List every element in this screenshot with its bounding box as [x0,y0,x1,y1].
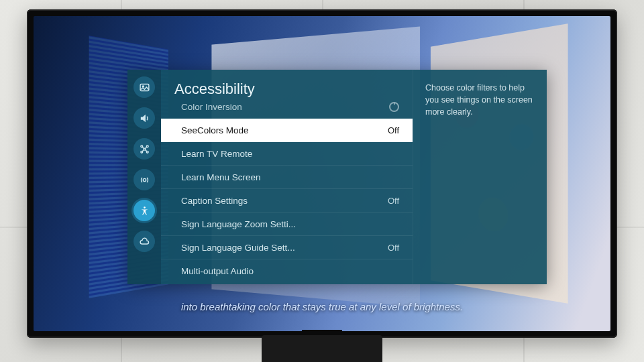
tv-screen: into breathtaking color that stays true … [34,16,610,331]
list-body: Color Inversion SeeColors Mode Off Learn… [161,102,413,284]
row-color-inversion[interactable]: Color Inversion [161,102,413,119]
row-seecolors-mode[interactable]: SeeColors Mode Off [161,119,413,142]
room-background: into breathtaking color that stays true … [0,0,644,362]
row-label: Learn Menu Screen [181,172,391,182]
row-value: Off [380,125,399,135]
row-label: SeeColors Mode [181,125,380,135]
row-label: Learn TV Remote [181,149,391,159]
menu-detail-text: Choose color filters to help you see thi… [413,70,547,284]
row-caption-settings[interactable]: Caption Settings Off [161,189,413,213]
row-sign-language-guide-settings[interactable]: Sign Language Guide Sett... Off [161,236,413,259]
svg-point-8 [144,206,146,208]
row-label: Caption Settings [181,196,380,206]
network-icon[interactable] [133,138,155,160]
tv-frame: into breathtaking color that stays true … [27,9,617,338]
broadcast-icon[interactable] [133,169,155,190]
row-multi-output-audio[interactable]: Multi-output Audio [161,259,413,283]
row-value: Off [380,196,399,206]
row-sign-language-zoom-settings[interactable]: Sign Language Zoom Setti... [161,213,413,236]
row-learn-menu-screen[interactable]: Learn Menu Screen [161,166,413,189]
row-label: Multi-output Audio [181,266,391,276]
row-label: Sign Language Guide Sett... [181,243,380,253]
row-learn-tv-remote[interactable]: Learn TV Remote [161,142,413,166]
svg-point-7 [143,178,146,181]
svg-point-1 [142,86,144,87]
accessibility-icon[interactable] [133,200,155,221]
video-subtitle: into breathtaking color that stays true … [34,301,610,312]
row-label: Color Inversion [181,102,389,112]
toggle-off-icon [389,102,399,112]
cloud-icon[interactable] [133,231,155,252]
sound-icon[interactable] [133,107,155,129]
row-value: Off [380,243,399,253]
tv-stand-base [262,335,382,362]
row-label: Sign Language Zoom Setti... [181,219,391,229]
settings-list: Accessibility Color Inversion SeeColors … [161,70,413,284]
menu-title: Accessibility [161,76,413,102]
settings-sidebar [127,70,161,284]
picture-icon[interactable] [133,76,155,98]
settings-menu: Accessibility Color Inversion SeeColors … [127,70,547,284]
